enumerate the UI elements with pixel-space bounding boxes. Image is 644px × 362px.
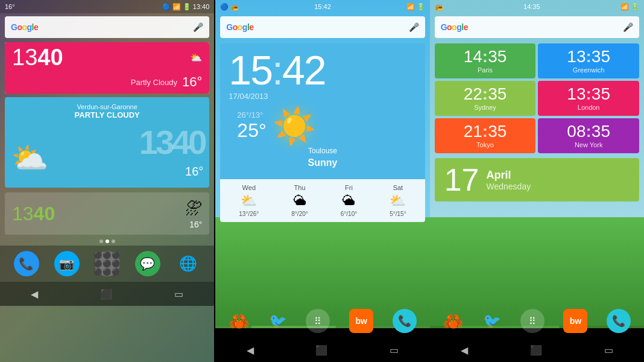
wwm-time: 15:42 (229, 49, 416, 91)
dock-bw-3[interactable]: bw (563, 309, 587, 333)
clock-greenwich-city: Greenwich (573, 66, 605, 74)
google-search-bar-2[interactable]: Google 🎤 (220, 16, 425, 38)
wwm-weather-row: 26°/13° 25° ☀️ (229, 101, 416, 147)
clock-tokyo-time: 21:35 (464, 123, 507, 140)
clock-paris-city: Paris (478, 66, 493, 74)
nav-recent-3[interactable]: ▭ (604, 345, 613, 356)
forecast-day-fri: Fri 🌥 6°/10° (341, 184, 357, 217)
nav-home-1[interactable]: ⬛ (100, 288, 112, 300)
wwm-temps: 26°/13° 25° (237, 110, 266, 142)
wwm-current-temp: 25° (237, 119, 266, 142)
dot-1 (99, 240, 103, 243)
dock-crab-3[interactable]: 🦀 (443, 311, 464, 331)
date-tile: 17 April Wednesday (435, 158, 639, 202)
status-bar-1: 16° 🔵 📶 🔋 13:40 (0, 0, 214, 13)
wwl-vertical-time: 1340 (139, 125, 205, 159)
dock-camera[interactable]: 📷 (54, 251, 80, 276)
status-right-2: 📶 🔋 (406, 3, 425, 11)
nav-bar-3: ◀ ⬛ ▭ (430, 338, 644, 362)
nav-back-2[interactable]: ◀ (247, 345, 254, 356)
status-right-3: 📶 🔋 (620, 3, 639, 11)
nav-home-2[interactable]: ⬛ (315, 345, 327, 356)
widget-weather-main: 15:42 17/04/2013 26°/13° 25° ☀️ Toulouse… (220, 43, 425, 222)
wwm-hi: 26°/13° (237, 110, 266, 119)
dock-phone-2[interactable]: 📞 (393, 309, 417, 333)
dock-apps-3[interactable]: ⠿ (520, 309, 545, 333)
dock-1: 📞 📷 ⚫⚫⚫⚫⚫⚫⚫⚫⚫ 💬 🌐 (0, 246, 214, 282)
forecast-day-sat: Sat ⛅ 5°/15° (390, 184, 406, 217)
wtw-icon: ⛅ (190, 52, 202, 63)
clock-newyork: 08:35 New York (538, 118, 639, 153)
clock-newyork-city: New York (575, 141, 602, 148)
google-logo-3: Google (441, 22, 468, 32)
dot-2 (106, 240, 109, 243)
dock-crab-2[interactable]: 🦀 (229, 311, 250, 331)
nav-recent-2[interactable]: ▭ (390, 345, 399, 356)
dock-bw-2[interactable]: bw (349, 309, 373, 333)
clock-sydney: 22:35 Sydney (435, 81, 536, 116)
wwm-top: 15:42 17/04/2013 26°/13° 25° ☀️ Toulouse… (220, 43, 425, 179)
wwm-forecast: Wed ⛅ 13°/26° Thu 🌥 8°/20° Fri 🌥 6°/10° … (220, 179, 425, 222)
google-logo-1: Google (11, 22, 38, 32)
mic-icon-2[interactable]: 🎤 (409, 22, 419, 32)
clock-paris: 14:35 Paris (435, 43, 536, 78)
wcs-weather: ⛈ 16° (185, 198, 202, 229)
status-left-3: 📻 (435, 3, 443, 11)
widget-weather-large: Verdun-sur-Garonne PARTLY CLOUDY ⛅ 1340 … (5, 97, 209, 188)
wcs-time: 1340 (12, 203, 55, 225)
dot-3 (112, 240, 115, 243)
dock-phone-3[interactable]: 📞 (607, 309, 631, 333)
wwl-temp: 16° (185, 165, 203, 179)
wcs-temp: 16° (189, 220, 202, 229)
mic-icon-1[interactable]: 🎤 (193, 22, 203, 32)
widget-clock-small: 1340 ⛈ 16° (5, 192, 209, 235)
wwm-condition: Sunny (229, 157, 416, 173)
clock-sydney-time: 22:35 (464, 86, 507, 103)
screen3: 📻 14:35 📶 🔋 Google 🎤 14:35 Paris 13:35 G… (430, 0, 644, 362)
screen1: 16° 🔵 📶 🔋 13:40 Google 🎤 1340 ⛅ Partly C… (0, 0, 215, 362)
clock-paris-time: 14:35 (464, 48, 507, 65)
nav-back-1[interactable]: ◀ (31, 288, 38, 300)
clock-greenwich: 13:35 Greenwich (538, 43, 639, 78)
clock-london: 13:35 London (538, 81, 639, 116)
nav-recent-1[interactable]: ▭ (174, 288, 183, 300)
status-bar-3: 📻 14:35 📶 🔋 (430, 0, 644, 13)
status-temp: 16° (5, 3, 15, 10)
dock-chrome[interactable]: 🌐 (175, 251, 201, 276)
dock-phone[interactable]: 📞 (14, 251, 39, 276)
google-logo-2: Google (226, 22, 253, 32)
nav-bar-2: ◀ ⬛ ▭ (215, 338, 429, 362)
nav-home-3[interactable]: ⬛ (530, 345, 542, 356)
google-search-bar-1[interactable]: Google 🎤 (5, 16, 209, 38)
google-search-bar-3[interactable]: Google 🎤 (435, 16, 639, 38)
dock-apps-2[interactable]: ⠿ (306, 309, 330, 333)
wtw-bottom: Partly Cloudy 16° (5, 72, 209, 94)
status-time-3: 14:35 (523, 3, 540, 10)
mic-icon-3[interactable]: 🎤 (623, 22, 633, 32)
dock-bird-2[interactable]: 🐦 (269, 313, 287, 329)
wwm-city: Toulouse (229, 147, 416, 157)
widget-time-weather-1: 1340 ⛅ Partly Cloudy 16° (5, 42, 209, 94)
date-info: April Wednesday (487, 169, 531, 191)
dock-hangouts[interactable]: 💬 (135, 251, 160, 276)
clock-newyork-time: 08:35 (567, 123, 610, 140)
dock-apps[interactable]: ⚫⚫⚫⚫⚫⚫⚫⚫⚫ (95, 251, 120, 276)
clock-grid: 14:35 Paris 13:35 Greenwich 22:35 Sydney… (435, 43, 639, 153)
forecast-day-thu: Thu 🌥 8°/20° (291, 184, 308, 217)
clock-greenwich-time: 13:35 (567, 48, 610, 65)
widget1-time: 1340 (12, 46, 63, 69)
nav-back-3[interactable]: ◀ (461, 345, 468, 356)
clock-tokyo-city: Tokyo (476, 141, 494, 148)
dock-bird-3[interactable]: 🐦 (483, 313, 501, 329)
screen2: 🔵 📻 15:42 📶 🔋 Google 🎤 15:42 17/04/2013 … (215, 0, 429, 362)
date-weekday: Wednesday (487, 182, 531, 191)
widget1-condition: Partly Cloudy (131, 78, 177, 87)
clock-tokyo: 21:35 Tokyo (435, 118, 536, 153)
clock-london-time: 13:35 (567, 86, 610, 103)
wwm-date: 17/04/2013 (229, 92, 416, 101)
status-left-2: 🔵 📻 (220, 3, 239, 11)
date-day: 17 (444, 164, 479, 195)
dock-2: 🦀 🐦 ⠿ bw 📞 (215, 304, 429, 338)
page-dots (0, 240, 214, 243)
status-bar-2: 🔵 📻 15:42 📶 🔋 (215, 0, 429, 13)
